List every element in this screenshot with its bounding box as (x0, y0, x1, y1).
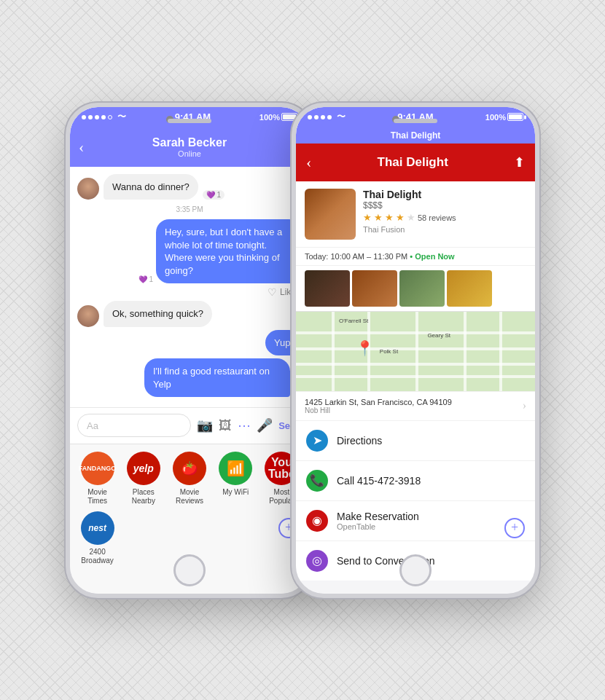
contact-name: Sarah Becker (152, 136, 227, 149)
reservation-details: Make Reservation OpenTable (337, 511, 419, 531)
hours-bar: Today: 10:00 AM – 11:30 PM • Open Now (296, 247, 535, 265)
road-v-3 (415, 312, 418, 391)
status-bar-chat: 〜 9:41 AM 100% (70, 107, 309, 127)
photo-2[interactable] (352, 270, 397, 307)
restaurant-add-button[interactable]: + (504, 518, 525, 538)
reservation-sub: OpenTable (337, 522, 419, 531)
restaurant-price: $$$$ (363, 200, 526, 211)
home-button-1[interactable] (173, 554, 206, 586)
app-fandango[interactable]: FANDANGO Movie Times (77, 452, 117, 506)
msg-text-1: Wanna do dinner? (112, 181, 190, 192)
msg-time-1: 3:35 PM (77, 205, 302, 213)
address-row[interactable]: 1425 Larkin St, San Francisco, CA 94109 … (296, 391, 535, 420)
photo-3[interactable] (399, 270, 445, 307)
road-v-5 (499, 312, 502, 391)
heart-badge-1[interactable]: 💜 1 (203, 190, 225, 200)
chat-phone: 〜 9:41 AM 100% ‹ Sarah Becker Online (66, 103, 313, 598)
home-button-2[interactable] (399, 554, 432, 586)
msg-text-2: Hey, sure, but I don't have a whole lot … (165, 227, 282, 276)
msg-text-5: I'll find a good restaurant on Yelp (153, 366, 270, 390)
directions-label: Directions (337, 435, 382, 447)
message-input[interactable]: Aa (77, 414, 191, 437)
restaurant-name: Thai Delight (363, 189, 526, 200)
contact-bar-partial: Thai Delight (296, 127, 535, 143)
rest-battery-fill (509, 114, 522, 119)
apps-icon[interactable]: ⋯ (238, 417, 251, 433)
apps-grid: FANDANGO Movie Times yelp Places Nearby … (77, 452, 302, 565)
action-directions[interactable]: ➤ Directions (296, 420, 535, 460)
battery-percent: 100% (259, 113, 280, 122)
action-call[interactable]: 📞 Call 415-472-3918 (296, 460, 535, 500)
restaurant-header: ‹ Thai Delight ⬆ (296, 143, 535, 181)
reviews-count[interactable]: 58 reviews (418, 213, 456, 222)
chat-header-title: Sarah Becker Online (152, 136, 227, 158)
stars-row: ★ ★ ★ ★ ★ 58 reviews (363, 212, 526, 224)
msg-text-3: Ok, something quick? (112, 308, 203, 319)
map-grid (296, 312, 535, 391)
wifi-status-icon: 〜 (117, 111, 126, 123)
back-button[interactable]: ‹ (79, 139, 84, 155)
restaurant-back-button[interactable]: ‹ (306, 153, 311, 172)
app-nest[interactable]: nest 2400 Broadway (77, 511, 117, 565)
restaurant-phone: 〜 9:41 AM 100% Thai Delight ‹ Thai Delig… (292, 103, 539, 598)
msg-text-4: Yup! (274, 337, 293, 348)
rest-wifi-icon: 〜 (337, 111, 346, 123)
bubble-self-2: Hey, sure, but I don't have a whole lot … (156, 219, 302, 283)
photo-1[interactable] (305, 270, 350, 307)
signal-dot-5 (108, 115, 112, 119)
rest-battery: 100% (485, 113, 523, 122)
action-reservation[interactable]: ◉ Make Reservation OpenTable (296, 500, 535, 540)
image-icon[interactable]: 🖼 (219, 418, 232, 433)
input-bar: Aa 📷 🖼 ⋯ 🎤 Send (70, 407, 309, 444)
nest-icon: nest (81, 511, 114, 545)
phone-speaker (168, 119, 211, 123)
signal-dot-3 (95, 115, 99, 119)
restaurant-thumbnail (305, 189, 356, 240)
fandango-icon: FANDANGO (81, 452, 114, 485)
map-pin: 📍 (356, 339, 374, 357)
signal-dot-1 (82, 115, 86, 119)
app-rt[interactable]: 🍅 Movie Reviews (169, 452, 209, 506)
contact-status: Online (152, 149, 227, 158)
open-now-text[interactable]: Open Now (415, 252, 454, 261)
address-details: 1425 Larkin St, San Francisco, CA 94109 … (305, 398, 452, 414)
restaurant-details: Thai Delight $$$$ ★ ★ ★ ★ ★ 58 reviews T… (363, 189, 526, 240)
message-row-1: Wanna do dinner? 💜 1 (77, 174, 302, 200)
rt-icon: 🍅 (173, 452, 206, 485)
road-v-1 (332, 312, 335, 391)
star-4: ★ (396, 212, 405, 224)
send-conversation-icon: ◎ (306, 550, 328, 572)
rest-dot1 (308, 115, 312, 119)
phone2-speaker (394, 119, 437, 123)
map-area[interactable]: 📍 O'Farrell St Geary St Polk St (296, 311, 535, 391)
restaurant-title: Thai Delight (319, 155, 507, 170)
rest-battery-pct: 100% (485, 113, 506, 122)
star-2: ★ (374, 212, 383, 224)
yelp-icon: yelp (127, 452, 160, 485)
share-icon[interactable]: ⬆ (514, 154, 525, 170)
app-yelp[interactable]: yelp Places Nearby (123, 452, 163, 506)
nest-label: 2400 Broadway (77, 548, 117, 565)
contact-name-partial: Thai Delight (391, 130, 441, 141)
call-label: Call 415-472-3918 (337, 475, 421, 487)
rest-dot4 (327, 115, 332, 119)
map-label-1: O'Farrell St (339, 318, 368, 324)
wifi-icon: 📶 (219, 452, 252, 485)
battery-fill (283, 114, 296, 119)
camera-icon[interactable]: 📷 (197, 417, 213, 433)
app-wifi[interactable]: 📶 My WiFi (216, 452, 256, 506)
chat-header: ‹ Sarah Becker Online (70, 127, 309, 167)
microphone-icon[interactable]: 🎤 (257, 417, 273, 433)
restaurant-info-row: Thai Delight $$$$ ★ ★ ★ ★ ★ 58 reviews T… (296, 181, 535, 247)
rest-battery-body (507, 113, 523, 121)
avatar-img-1 (77, 178, 99, 200)
reservation-label: Make Reservation (337, 511, 419, 522)
signal-dot-2 (88, 115, 93, 119)
photo-strip (296, 265, 535, 311)
status-bar-rest: 〜 9:41 AM 100% (296, 107, 535, 127)
yelp-label: Places Nearby (123, 488, 163, 506)
restaurant-thumb-img (305, 189, 356, 240)
photo-4[interactable] (447, 270, 492, 307)
heart-icon[interactable]: ♡ (268, 286, 277, 298)
reservation-icon: ◉ (306, 510, 328, 532)
